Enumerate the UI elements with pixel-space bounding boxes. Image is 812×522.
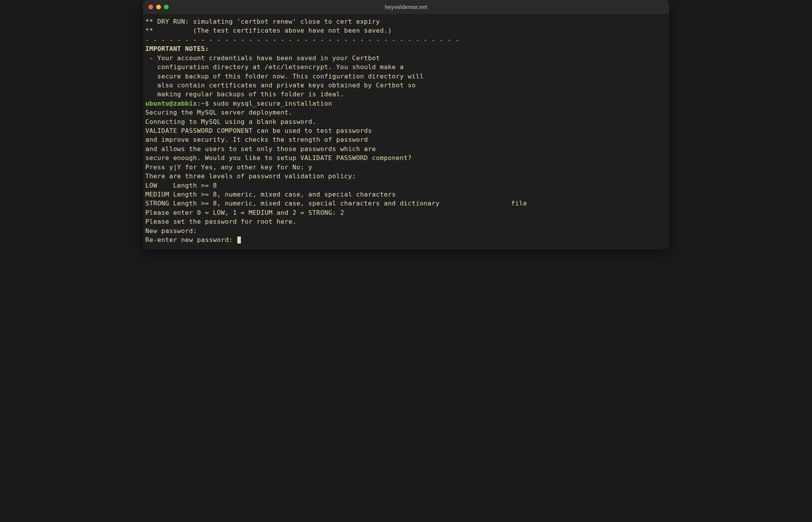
output-line: Connecting to MySQL using a blank passwo… <box>145 117 667 126</box>
output-line: ** DRY RUN: simulating 'certbot renew' c… <box>145 17 667 26</box>
output-line: Please set the password for root here. <box>145 217 667 226</box>
output-line: making regular backups of this folder is… <box>145 90 667 99</box>
traffic-lights <box>148 5 169 9</box>
maximize-button[interactable] <box>164 5 169 9</box>
output-line: secure backup of this folder now. This c… <box>145 72 667 81</box>
prompt-line: ubuntu@zabbix:~$ sudo mysql_secure_insta… <box>145 99 667 108</box>
output-line: and improve security. It checks the stre… <box>145 135 667 144</box>
title-bar: heyvaldemar.net <box>143 0 669 14</box>
window-title: heyvaldemar.net <box>385 4 427 10</box>
prompt-dollar: $ <box>205 100 213 107</box>
prompt-reenter: Re-enter new password: <box>145 236 237 244</box>
output-line: VALIDATE PASSWORD COMPONENT can be used … <box>145 126 667 135</box>
output-line: ** (The test certificates above have not… <box>145 26 667 35</box>
minimize-button[interactable] <box>156 5 161 9</box>
cursor-icon <box>237 237 241 244</box>
output-line: MEDIUM Length >= 8, numeric, mixed case,… <box>145 190 667 199</box>
output-line: Please enter 0 = LOW, 1 = MEDIUM and 2 =… <box>145 208 667 217</box>
output-line: and allows the users to set only those p… <box>145 144 667 153</box>
close-button[interactable] <box>148 5 153 9</box>
output-line: LOW Length >= 8 <box>145 181 667 190</box>
output-line: There are three levels of password valid… <box>145 172 667 181</box>
output-line: Press y|Y for Yes, any other key for No:… <box>145 163 667 172</box>
output-line: STRONG Length >= 8, numeric, mixed case,… <box>145 199 667 208</box>
output-line-important: IMPORTANT NOTES: <box>145 44 667 53</box>
output-line: secure enough. Would you like to setup V… <box>145 153 667 162</box>
prompt-colon: : <box>197 100 201 107</box>
command-text: sudo mysql_secure_installation <box>213 100 332 107</box>
prompt-path: ~ <box>201 100 205 107</box>
output-line: Securing the MySQL server deployment. <box>145 108 667 117</box>
output-line: - Your account credentials have been sav… <box>145 54 667 63</box>
terminal-window: heyvaldemar.net ** DRY RUN: simulating '… <box>143 0 669 249</box>
prompt-user-host: ubuntu@zabbix <box>145 100 197 107</box>
output-line: - - - - - - - - - - - - - - - - - - - - … <box>145 35 667 44</box>
terminal-body[interactable]: ** DRY RUN: simulating 'certbot renew' c… <box>143 14 669 249</box>
output-line: New password: <box>145 226 667 235</box>
output-line: configuration directory at /etc/letsencr… <box>145 63 667 71</box>
input-line[interactable]: Re-enter new password: <box>145 235 667 244</box>
output-line: also contain certificates and private ke… <box>145 81 667 90</box>
